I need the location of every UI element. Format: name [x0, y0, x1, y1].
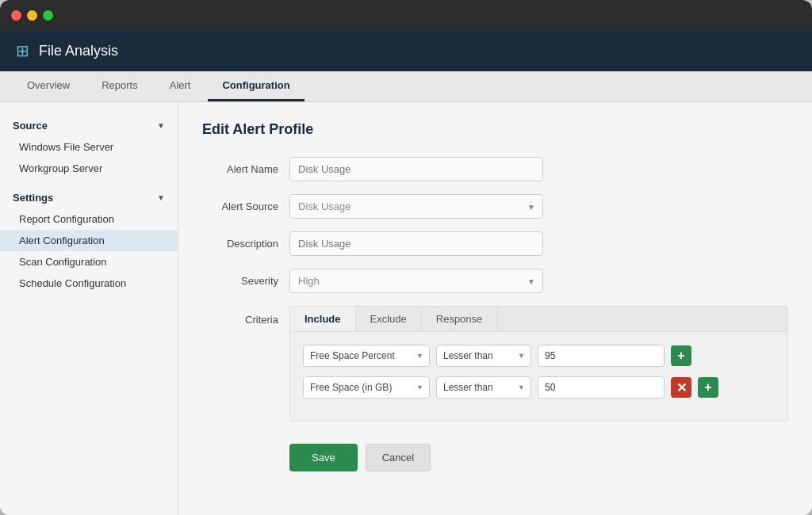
criteria-tab-response[interactable]: Response	[422, 307, 498, 331]
criteria-add-1-button[interactable]: +	[671, 345, 691, 366]
criteria-field-1-select[interactable]: Free Space Percent Free Space (in GB) To…	[303, 345, 430, 367]
sidebar-item-alert-configuration[interactable]: Alert Configuration	[0, 230, 178, 251]
close-button[interactable]	[11, 10, 21, 21]
criteria-field-2-wrapper: Free Space Percent Free Space (in GB) To…	[303, 376, 430, 399]
main-panel: Edit Alert Profile Alert Name Alert Sour…	[178, 102, 812, 515]
sidebar-source-header: Source ▼	[0, 115, 178, 136]
criteria-body: Free Space Percent Free Space (in GB) To…	[290, 332, 787, 421]
criteria-value-1-input[interactable]	[538, 345, 665, 367]
content-area: Source ▼ Windows File Server Workgroup S…	[0, 102, 812, 515]
form-actions: Save Cancel	[202, 444, 788, 471]
sidebar: Source ▼ Windows File Server Workgroup S…	[0, 102, 178, 515]
criteria-label: Criteria	[202, 306, 289, 326]
source-chevron-icon: ▼	[157, 121, 165, 130]
sidebar-item-report-configuration[interactable]: Report Configuration	[0, 208, 178, 230]
app-title: File Analysis	[39, 43, 118, 59]
alert-name-input[interactable]	[289, 157, 543, 181]
criteria-remove-2-button[interactable]: ✕	[671, 377, 691, 398]
criteria-value-2-input[interactable]	[538, 376, 665, 399]
severity-select[interactable]: High	[289, 269, 543, 293]
titlebar	[0, 0, 812, 30]
description-input[interactable]	[289, 231, 543, 256]
sidebar-item-scan-configuration[interactable]: Scan Configuration	[0, 251, 178, 273]
alert-source-select[interactable]: Disk Usage	[289, 194, 543, 219]
severity-wrapper: High ▼	[289, 269, 543, 293]
sidebar-item-schedule-configuration[interactable]: Schedule Configuration	[0, 273, 178, 294]
nav-tabs: Overview Reports Alert Configuration	[0, 71, 812, 102]
app-window: ⊞ File Analysis Overview Reports Alert C…	[0, 0, 812, 515]
description-label: Description	[202, 238, 289, 250]
app-icon: ⊞	[16, 41, 29, 60]
criteria-panel: Include Exclude Response Free Space Perc…	[289, 306, 788, 422]
criteria-row: Criteria Include Exclude Response	[202, 306, 788, 422]
severity-row: Severity High ▼	[202, 269, 788, 293]
sidebar-item-workgroup-server[interactable]: Workgroup Server	[0, 158, 178, 179]
alert-source-wrapper: Disk Usage ▼	[289, 194, 543, 219]
criteria-condition-row-2: Free Space Percent Free Space (in GB) To…	[303, 376, 775, 399]
criteria-operator-2-wrapper: Lesser than Greater than Equal to ▼	[436, 376, 531, 399]
minimize-button[interactable]	[27, 10, 37, 21]
criteria-tabs: Include Exclude Response	[290, 307, 787, 332]
alert-source-row: Alert Source Disk Usage ▼	[202, 194, 788, 219]
criteria-operator-1-wrapper: Lesser than Greater than Equal to ▼	[436, 345, 531, 367]
criteria-tab-include[interactable]: Include	[290, 307, 356, 331]
description-row: Description	[202, 231, 788, 256]
criteria-field-2-select[interactable]: Free Space Percent Free Space (in GB) To…	[303, 376, 430, 399]
maximize-button[interactable]	[43, 10, 53, 21]
criteria-add-2-button[interactable]: +	[698, 377, 718, 398]
criteria-tab-exclude[interactable]: Exclude	[356, 307, 422, 331]
severity-label: Severity	[202, 275, 289, 287]
tab-configuration[interactable]: Configuration	[208, 71, 304, 101]
app-header: ⊞ File Analysis	[0, 30, 812, 71]
criteria-operator-1-select[interactable]: Lesser than Greater than Equal to	[436, 345, 531, 367]
settings-chevron-icon: ▼	[157, 193, 165, 202]
page-title: Edit Alert Profile	[202, 121, 788, 138]
alert-name-row: Alert Name	[202, 157, 788, 181]
tab-overview[interactable]: Overview	[13, 71, 84, 101]
criteria-operator-2-select[interactable]: Lesser than Greater than Equal to	[436, 376, 531, 399]
sidebar-settings-header: Settings ▼	[0, 187, 178, 208]
save-button[interactable]: Save	[289, 444, 358, 471]
tab-reports[interactable]: Reports	[87, 71, 152, 101]
traffic-lights	[11, 10, 53, 21]
criteria-field-1-wrapper: Free Space Percent Free Space (in GB) To…	[303, 345, 430, 367]
tab-alert[interactable]: Alert	[155, 71, 205, 101]
alert-name-label: Alert Name	[202, 163, 289, 175]
alert-source-label: Alert Source	[202, 200, 289, 212]
sidebar-item-windows-file-server[interactable]: Windows File Server	[0, 136, 178, 158]
cancel-button[interactable]: Cancel	[366, 444, 431, 471]
criteria-condition-row-1: Free Space Percent Free Space (in GB) To…	[303, 345, 775, 367]
